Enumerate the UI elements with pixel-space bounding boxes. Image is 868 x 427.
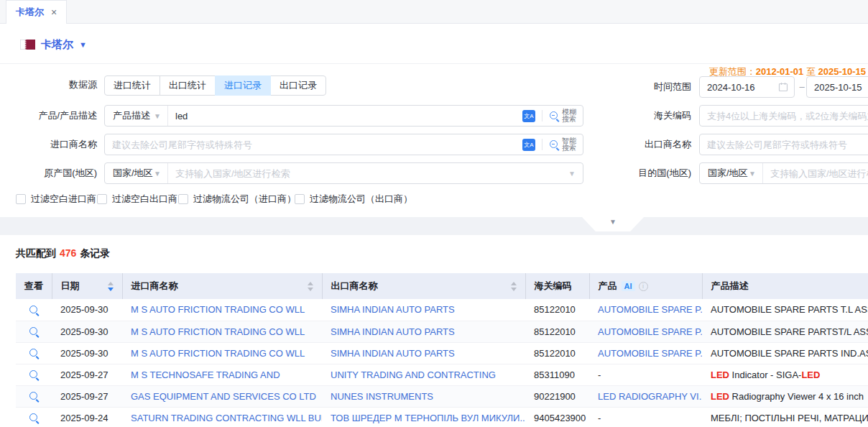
checkbox-icon[interactable]	[295, 194, 305, 204]
view-cell	[16, 299, 52, 321]
origin-select-value: 国家/地区	[113, 167, 153, 180]
checkbox-filter-logistics-exporter[interactable]: 过滤物流公司（出口商）	[295, 193, 412, 206]
product-link[interactable]: AUTOMOBILE SPARE P...	[598, 348, 702, 359]
date-cell: 2025-09-27	[52, 385, 122, 407]
exporter-cell: UNITY TRADING AND CONTRACTING	[322, 364, 525, 385]
update-range-label: 更新范围：	[709, 66, 756, 77]
fuzzy-search-button[interactable]: 模糊搜索	[549, 109, 576, 123]
exporter-link[interactable]: ТОВ ШРЕДЕР М ТЕРНОПІЛЬ ВУЛ МИКУЛИ...	[331, 413, 525, 423]
importer-link[interactable]: M S AUTO FRICTION TRADING CO WLL	[131, 348, 305, 359]
exporter-cell: SIMHA INDIAN AUTO PARTS	[322, 299, 525, 321]
segment-import-records[interactable]: 进口记录	[215, 75, 271, 96]
checkbox-filter-blank-exporter[interactable]: 过滤空白出口商	[97, 193, 177, 206]
destination-input[interactable]	[763, 164, 868, 183]
exporter-link[interactable]: SIMHA INDIAN AUTO PARTS	[331, 326, 455, 337]
exporter-link[interactable]: NUNES INSTRUMENTS	[331, 391, 433, 402]
destination-select-value: 国家/地区	[708, 167, 748, 180]
sort-icon-importer[interactable]	[308, 282, 313, 291]
importer-link[interactable]: SATURN TRADING CONTRACTING WLL BUI...	[131, 413, 322, 423]
highlighted-keyword: LED	[711, 391, 729, 402]
importer-link[interactable]: GAS EQUIPMENT AND SERVICES CO LTD	[131, 391, 316, 402]
filter-checkboxes: 过滤空白进口商 过滤空白出口商 过滤物流公司（进口商） 过滤物流公司（出口商）	[0, 193, 583, 207]
importer-link[interactable]: M S AUTO FRICTION TRADING CO WLL	[131, 304, 305, 315]
exporter-link[interactable]: SIMHA INDIAN AUTO PARTS	[331, 348, 455, 359]
country-name: 卡塔尔	[41, 38, 73, 52]
checkbox-filter-blank-importer[interactable]: 过滤空白进口商	[16, 193, 96, 206]
checkbox-icon[interactable]	[97, 194, 107, 204]
chevron-down-icon: ▼	[609, 217, 617, 227]
smart-search-button[interactable]: 智能搜索	[549, 137, 576, 152]
checkbox-filter-logistics-importer[interactable]: 过滤物流公司（进口商）	[178, 193, 296, 206]
column-importer[interactable]: 进口商名称	[122, 273, 322, 299]
date-end-input[interactable]: 2025-10-15	[806, 76, 868, 98]
column-exporter[interactable]: 出口商名称	[322, 273, 525, 299]
view-cell	[16, 385, 52, 407]
chevron-down-icon[interactable]: ▼	[568, 170, 583, 178]
column-date[interactable]: 日期	[52, 273, 122, 299]
info-icon[interactable]: i	[639, 282, 648, 291]
column-date-label: 日期	[61, 280, 80, 293]
highlighted-keyword: LED	[711, 369, 729, 380]
hs-code-input[interactable]	[700, 106, 868, 125]
origin-input[interactable]	[168, 164, 568, 183]
time-range-label: 时间范围	[607, 76, 691, 98]
product-type-select[interactable]: 产品描述 ▼	[105, 106, 168, 126]
product-label: 产品/产品描述	[0, 105, 97, 127]
segment-export-records[interactable]: 出口记录	[270, 75, 326, 96]
checkbox-icon[interactable]	[16, 194, 26, 204]
sort-icon-date[interactable]	[108, 282, 114, 291]
table-row: 2025-09-30 M S AUTO FRICTION TRADING CO …	[16, 299, 868, 321]
destination-select[interactable]: 国家/地区 ▼	[700, 163, 763, 183]
qatar-flag-icon	[20, 40, 35, 50]
view-record-icon[interactable]	[29, 413, 40, 423]
origin-select[interactable]: 国家/地区 ▼	[105, 163, 168, 183]
importer-link[interactable]: M S TECHNOSAFE TRADING AND	[131, 369, 280, 380]
importer-input[interactable]	[105, 135, 522, 154]
view-record-icon[interactable]	[29, 391, 40, 402]
date-start-input[interactable]: 2024-10-16	[699, 76, 795, 98]
exporter-cell: NUNES INSTRUMENTS	[322, 385, 525, 407]
origin-label: 原产国(地区)	[0, 162, 97, 184]
segment-import-stats[interactable]: 进口统计	[104, 75, 160, 96]
product-cell: -	[589, 364, 702, 385]
column-product: 产品 AI i	[589, 273, 702, 299]
checkbox-label: 过滤物流公司（出口商）	[310, 193, 412, 206]
product-link[interactable]: AUTOMOBILE SPARE P...	[598, 304, 702, 315]
translate-icon[interactable]: 文A	[522, 110, 535, 122]
date-cell: 2025-09-24	[52, 407, 122, 427]
exporter-label: 出口商名称	[607, 134, 691, 155]
table-row: 2025-09-27 M S TECHNOSAFE TRADING AND UN…	[16, 364, 868, 385]
date-range-separator: –	[798, 76, 805, 98]
view-cell	[16, 342, 52, 364]
hs-code-label: 海关编码	[607, 105, 691, 127]
summary-suffix: 条记录	[80, 247, 110, 259]
tab-qatar[interactable]: 卡塔尔 ×	[6, 0, 67, 24]
table-header-row: 查看 日期 进口商名称	[16, 273, 868, 299]
table-row: 2025-09-24 SATURN TRADING CONTRACTING WL…	[16, 407, 868, 427]
country-selector[interactable]: 卡塔尔 ▼	[20, 37, 87, 52]
exporter-link[interactable]: SIMHA INDIAN AUTO PARTS	[331, 304, 455, 315]
exporter-input[interactable]	[700, 135, 868, 154]
hs-code-cell: 9405423900	[525, 407, 589, 427]
product-link[interactable]: LED RADIOGRAPHY VI...	[598, 391, 702, 402]
product-link[interactable]: AUTOMOBILE SPARE P...	[598, 326, 702, 337]
view-record-icon[interactable]	[29, 326, 40, 337]
exporter-link[interactable]: UNITY TRADING AND CONTRACTING	[331, 369, 496, 380]
importer-link[interactable]: M S AUTO FRICTION TRADING CO WLL	[131, 326, 305, 337]
calendar-icon	[778, 82, 788, 92]
sort-icon-exporter[interactable]	[511, 282, 517, 291]
checkbox-icon[interactable]	[178, 194, 188, 204]
view-record-icon[interactable]	[29, 369, 40, 380]
fuzzy-search-label: 模糊搜索	[562, 109, 576, 123]
segment-export-stats[interactable]: 出口统计	[160, 75, 216, 96]
highlighted-keyword: LED	[801, 369, 820, 380]
view-record-icon[interactable]	[29, 305, 40, 316]
close-icon[interactable]: ×	[51, 6, 57, 18]
view-record-icon[interactable]	[29, 348, 40, 359]
product-search-input[interactable]	[168, 106, 522, 125]
hs-code-cell: 85122010	[525, 299, 589, 321]
importer-label: 进口商名称	[0, 134, 97, 155]
trade-data-page: 卡塔尔 × 卡塔尔 ▼ 数据源 进口统计 出口统计 进口记录 出口记录 更新范围…	[0, 0, 868, 427]
column-product-label: 产品	[599, 280, 617, 293]
translate-icon[interactable]: 文A	[522, 139, 535, 151]
